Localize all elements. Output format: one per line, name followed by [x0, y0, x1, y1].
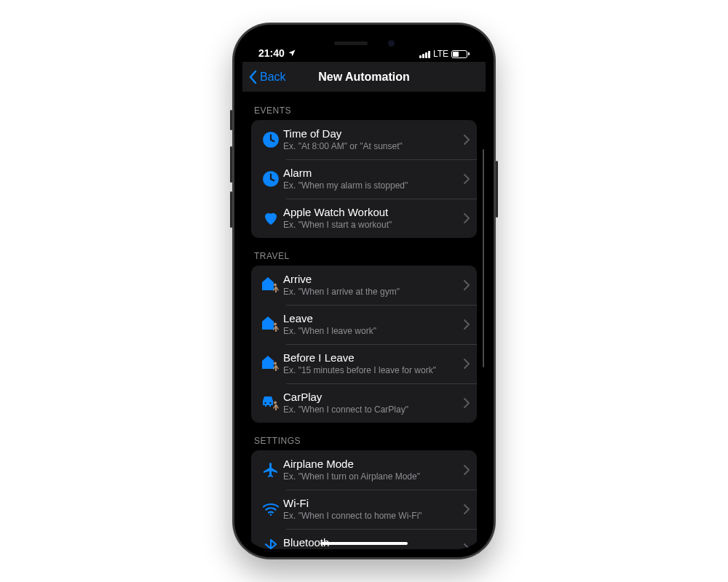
- chevron-right-icon: [464, 398, 470, 408]
- group-settings: Airplane ModeEx. "When I turn on Airplan…: [251, 450, 477, 549]
- signal-icon: [419, 50, 430, 58]
- row-sub: Ex. "When I connect to CarPlay": [283, 404, 459, 416]
- status-time: 21:40: [258, 47, 285, 59]
- row-airplane[interactable]: Airplane ModeEx. "When I turn on Airplan…: [251, 450, 477, 490]
- svg-point-6: [269, 402, 271, 404]
- row-alarm[interactable]: AlarmEx. "When my alarm is stopped": [251, 159, 477, 199]
- section-header-settings: SETTINGS: [254, 436, 474, 446]
- chevron-right-icon: [464, 359, 470, 369]
- section-header-events: EVENTS: [254, 105, 474, 116]
- row-before-leave[interactable]: Before I LeaveEx. "15 minutes before I l…: [251, 344, 477, 383]
- back-button[interactable]: Back: [248, 70, 286, 84]
- chevron-right-icon: [464, 174, 470, 184]
- power-button: [496, 161, 498, 218]
- row-sub: Ex. "When I start a workout": [283, 220, 459, 231]
- screen: 21:40 LTE Back New Automation: [242, 33, 486, 549]
- bluetooth-icon: [263, 539, 279, 549]
- row-workout[interactable]: Apple Watch WorkoutEx. "When I start a w…: [251, 199, 477, 238]
- svg-point-5: [264, 402, 266, 404]
- airplane-icon: [262, 461, 280, 479]
- front-camera: [388, 40, 395, 47]
- row-title: Time of Day: [283, 127, 459, 140]
- row-sub: Ex. "When I leave work": [283, 326, 459, 338]
- chevron-right-icon: [464, 319, 470, 330]
- row-title: CarPlay: [283, 391, 459, 404]
- chevron-right-icon: [464, 504, 470, 514]
- row-title: Alarm: [283, 167, 459, 180]
- location-icon: [288, 49, 296, 57]
- row-time-of-day[interactable]: Time of DayEx. "At 8:00 AM" or "At sunse…: [251, 120, 477, 159]
- group-travel: ArriveEx. "When I arrive at the gym" Lea…: [251, 266, 477, 423]
- scrollbar[interactable]: [483, 149, 485, 367]
- svg-point-2: [274, 284, 277, 287]
- row-sub: Ex. "When I connect to home Wi-Fi": [283, 511, 459, 522]
- row-title: Before I Leave: [283, 351, 459, 364]
- home-person-icon: [261, 315, 281, 334]
- group-events: Time of DayEx. "At 8:00 AM" or "At sunse…: [251, 120, 477, 238]
- svg-point-7: [274, 402, 277, 404]
- chevron-right-icon: [464, 465, 470, 475]
- chevron-right-icon: [464, 543, 470, 549]
- row-arrive[interactable]: ArriveEx. "When I arrive at the gym": [251, 266, 477, 305]
- device-frame: 21:40 LTE Back New Automation: [232, 23, 496, 559]
- row-title: Leave: [283, 312, 459, 325]
- svg-point-3: [274, 323, 277, 326]
- row-title: Arrive: [283, 273, 459, 286]
- chevron-right-icon: [464, 213, 470, 223]
- svg-point-8: [270, 514, 272, 516]
- mute-switch: [230, 110, 232, 130]
- car-person-icon: [261, 394, 281, 412]
- phone-mockup: 21:40 LTE Back New Automation: [232, 23, 496, 559]
- wifi-icon: [262, 501, 280, 518]
- row-carplay[interactable]: CarPlayEx. "When I connect to CarPlay": [251, 383, 477, 423]
- section-header-travel: TRAVEL: [254, 251, 474, 261]
- row-wifi[interactable]: Wi-FiEx. "When I connect to home Wi-Fi": [251, 490, 477, 529]
- row-sub: Ex. "When my alarm is stopped": [283, 180, 459, 192]
- home-person-icon: [261, 354, 281, 373]
- chevron-right-icon: [464, 135, 470, 145]
- row-sub: Ex. "When I arrive at the gym": [283, 287, 459, 298]
- volume-up-button: [230, 146, 232, 183]
- volume-down-button: [230, 191, 232, 228]
- battery-icon: [451, 50, 470, 58]
- chevron-left-icon: [248, 70, 258, 84]
- row-sub: Ex. "At 8:00 AM" or "At sunset": [283, 141, 459, 153]
- carrier-label: LTE: [433, 49, 448, 59]
- row-bluetooth[interactable]: BluetoothEx. "When I connect to AirPods": [251, 529, 477, 549]
- back-label: Back: [260, 71, 286, 84]
- page-title: New Automation: [318, 71, 410, 84]
- home-indicator[interactable]: [320, 542, 408, 545]
- notch: [302, 33, 426, 53]
- row-sub: Ex. "15 minutes before I leave for work": [283, 365, 459, 377]
- row-leave[interactable]: LeaveEx. "When I leave work": [251, 305, 477, 344]
- home-person-icon: [261, 276, 281, 295]
- row-title: Apple Watch Workout: [283, 206, 459, 219]
- nav-bar: Back New Automation: [242, 62, 486, 92]
- row-title: Wi-Fi: [283, 497, 459, 510]
- clock-icon: [261, 130, 280, 149]
- svg-point-4: [274, 362, 277, 365]
- row-sub: Ex. "When I turn on Airplane Mode": [283, 471, 459, 483]
- heart-icon: [262, 210, 280, 227]
- row-title: Airplane Mode: [283, 458, 459, 471]
- content-scroll[interactable]: EVENTS Time of DayEx. "At 8:00 AM" or "A…: [242, 92, 486, 549]
- chevron-right-icon: [464, 280, 470, 290]
- clock-icon: [261, 170, 280, 188]
- speaker-grille: [334, 41, 368, 45]
